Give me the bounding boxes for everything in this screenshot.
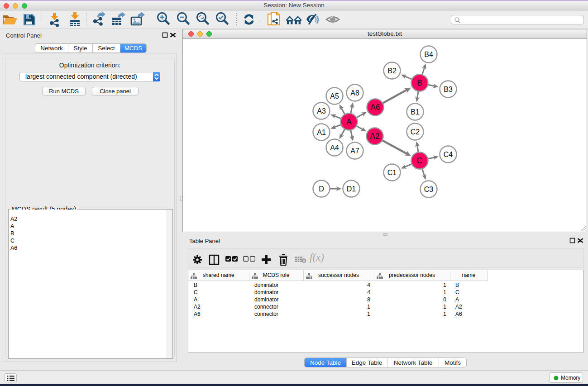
svg-text:C2: C2: [411, 128, 420, 136]
svg-text:D1: D1: [347, 185, 356, 193]
svg-text:B1: B1: [411, 108, 420, 116]
svg-text:A3: A3: [317, 107, 326, 115]
svg-text:B4: B4: [424, 51, 433, 58]
svg-text:B2: B2: [387, 67, 397, 75]
svg-text:C4: C4: [444, 151, 453, 158]
svg-text:A2: A2: [370, 132, 379, 141]
svg-text:A7: A7: [350, 147, 359, 155]
svg-text:A: A: [346, 117, 352, 126]
svg-text:C1: C1: [387, 169, 397, 176]
svg-text:C3: C3: [424, 186, 434, 193]
svg-text:A5: A5: [330, 92, 339, 100]
svg-text:A6: A6: [370, 103, 380, 112]
svg-text:D: D: [319, 185, 324, 193]
svg-text:C: C: [417, 156, 423, 165]
svg-text:B: B: [417, 78, 422, 87]
svg-text:A1: A1: [317, 129, 326, 136]
svg-text:A4: A4: [330, 144, 339, 152]
svg-text:B3: B3: [444, 86, 453, 93]
svg-text:A8: A8: [350, 89, 359, 97]
